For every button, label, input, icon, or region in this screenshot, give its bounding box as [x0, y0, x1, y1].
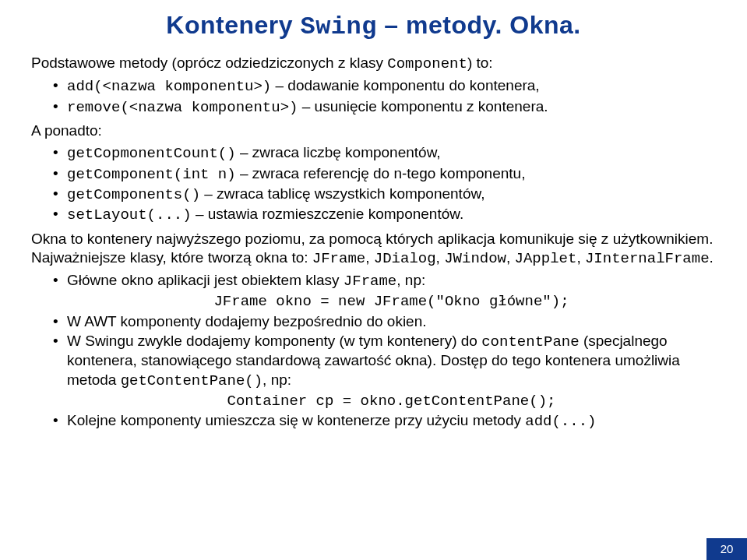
- bullet-text: W Swingu zwykle dodajemy komponenty (w t…: [67, 333, 481, 349]
- list-item: Główne okno aplikacji jest obiektem klas…: [53, 271, 716, 312]
- code-line-jframe: JFrame okno = new JFrame("Okno główne");: [67, 292, 716, 311]
- bullet-code: getContentPane(): [121, 372, 263, 389]
- para-code: JWindow: [444, 250, 506, 267]
- method-desc: – zwraca referencję do n-tego komponentu…: [236, 165, 526, 181]
- intro-code1: Component: [387, 55, 467, 72]
- method-desc: – dodawanie komponentu do kontenera,: [271, 77, 539, 93]
- list-item: W AWT komponenty dodajemy bezpośrednio d…: [53, 312, 716, 331]
- bullet-text: , np:: [396, 272, 425, 288]
- methods-list-1: add(<nazwa komponentu>) – dodawanie komp…: [31, 76, 716, 117]
- intro-text1: Podstawowe metody (oprócz odziedziczonyc…: [31, 55, 387, 71]
- method-code: setLayout(...): [67, 206, 192, 224]
- para-text: ,: [576, 249, 585, 266]
- method-desc: – usunięcie komponentu z kontenera.: [298, 98, 548, 114]
- title-code: Swing: [300, 12, 377, 41]
- list-item: getComponent(int n) – zwraca referencję …: [53, 164, 716, 184]
- bullet-text: , np:: [263, 372, 291, 388]
- title-part1: Kontenery: [166, 11, 300, 39]
- title-part2: – metody. Okna.: [377, 11, 581, 39]
- list-item: remove(<nazwa komponentu>) – usunięcie k…: [53, 97, 716, 117]
- methods-list-2: getCopmonentCount() – zwraca liczbę komp…: [31, 143, 716, 224]
- method-desc: – zwraca liczbę komponentów,: [236, 144, 441, 160]
- a-ponadto: A ponadto:: [31, 122, 716, 140]
- method-desc: – zwraca tablicę wszystkich komponentów,: [200, 185, 484, 202]
- list-item: getCopmonentCount() – zwraca liczbę komp…: [53, 143, 716, 163]
- para-text: ,: [436, 249, 445, 266]
- list-item: setLayout(...) – ustawia rozmieszczenie …: [53, 205, 716, 224]
- bullet-code: add(...): [525, 413, 596, 430]
- page-number: 20: [706, 538, 747, 560]
- bullet-code: contentPane: [481, 333, 579, 350]
- method-code: getComponent(int n): [67, 166, 236, 183]
- bullet-text: W AWT komponenty dodajemy bezpośrednio d…: [67, 313, 427, 329]
- method-code: remove(<nazwa komponentu>): [67, 99, 298, 116]
- para-code: JApplet: [515, 250, 577, 267]
- bullet-text: Kolejne komponenty umieszcza się w konte…: [67, 412, 525, 428]
- para-text: ,: [365, 249, 374, 266]
- list-item: add(<nazwa komponentu>) – dodawanie komp…: [53, 76, 716, 96]
- list-item: getComponents() – zwraca tablicę wszystk…: [53, 185, 716, 204]
- list-item: Kolejne komponenty umieszcza się w konte…: [53, 411, 716, 431]
- para-code: JFrame: [312, 250, 365, 267]
- list-item: W Swingu zwykle dodajemy komponenty (w t…: [53, 332, 716, 410]
- slide-title: Kontenery Swing – metody. Okna.: [31, 11, 716, 41]
- bullets-3: Główne okno aplikacji jest obiektem klas…: [31, 271, 716, 431]
- method-code: getComponents(): [67, 186, 200, 203]
- code-line-container: Container cp = okno.getContentPane();: [67, 392, 716, 410]
- para-text: ,: [506, 249, 515, 266]
- para-text: .: [710, 249, 714, 266]
- slide-body: Podstawowe metody (oprócz odziedziczonyc…: [31, 54, 716, 431]
- paragraph-okna: Okna to kontenery najwyższego poziomu, z…: [31, 230, 716, 269]
- bullet-text: Główne okno aplikacji jest obiektem klas…: [67, 272, 344, 288]
- intro-line: Podstawowe metody (oprócz odziedziczonyc…: [31, 54, 716, 73]
- intro-text2: ) to:: [467, 55, 493, 71]
- method-code: add(<nazwa komponentu>): [67, 78, 271, 95]
- para-code: JDialog: [374, 250, 436, 267]
- slide: Kontenery Swing – metody. Okna. Podstawo…: [0, 0, 747, 560]
- bullet-code: JFrame: [344, 273, 396, 290]
- method-desc: – ustawia rozmieszczenie komponentów.: [192, 206, 464, 222]
- method-code: getCopmonentCount(): [67, 145, 236, 162]
- para-code: JInternalFrame: [585, 250, 710, 267]
